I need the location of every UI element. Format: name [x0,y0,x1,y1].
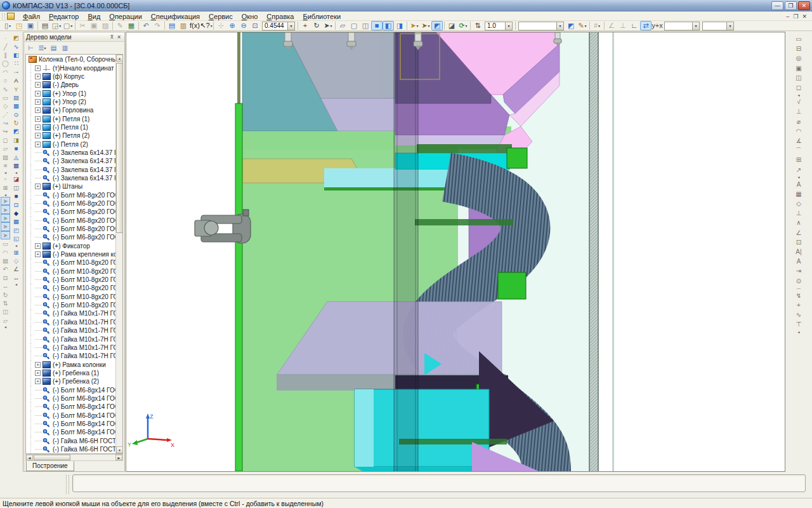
tree-item[interactable]: (-) Болт М10-8gх20 ГОСТ 1559 [26,301,115,309]
grid-button[interactable]: #▾ [591,21,603,30]
save-button[interactable]: ▣ [25,21,36,30]
scrollbar-thumb[interactable] [34,455,70,460]
expand-icon[interactable]: + [35,243,41,249]
zoom-out-button[interactable]: ⊖ [238,21,249,30]
parallel-line-tool[interactable]: ∥ [1,51,10,59]
pin-icon[interactable]: ⊼ [108,34,115,40]
tree-item[interactable]: (-) Болт М6-8gх14 ГОСТ 15589 [26,420,115,428]
doc-restore-button[interactable]: ❐ [793,13,798,20]
array-cube-operation[interactable]: ▦ [11,217,21,225]
scale-tool[interactable]: ⇅ [1,299,10,307]
mirror-tool[interactable]: ◫ [1,307,10,316]
leader-tool[interactable]: ↗ [794,164,804,174]
dim-assembly-tool[interactable]: ⊟ [794,44,804,53]
section-plane-operation[interactable]: ◱ [11,234,21,243]
hatch-tool[interactable]: ▨ [1,152,10,161]
menu-window[interactable]: Окно [237,13,263,20]
model-face-cyan-block[interactable] [355,389,489,471]
tree-item[interactable]: +(-) Рама крепления колонки [26,250,115,258]
rotate-body-operation[interactable]: ↻ [11,119,21,127]
tree-item[interactable]: (-) Болт М10-8gх20 ГОСТ 1559 [26,258,115,267]
change-scale-button[interactable]: ⇅ [472,21,483,30]
marker-tool[interactable]: ◇ [794,199,804,208]
section-surface-operation[interactable]: ◰ [11,226,21,234]
menu-operations[interactable]: Операции [105,13,146,20]
tree-item[interactable]: (-) Болт М6-8gх14 ГОСТ 15589 [26,385,115,394]
cube-add-operation[interactable]: ◧ [11,51,21,59]
model-clamp-green-top[interactable] [507,148,527,168]
snap-angle-button[interactable]: ∠ [606,21,617,30]
stairs-tool[interactable]: ≡ [1,161,10,170]
tree-item[interactable]: +(+) Упор (1) [26,89,115,97]
cube-gray-operation[interactable]: ◫ [11,184,21,192]
zoom-in-button[interactable]: ⊕ [226,21,238,30]
hidden-lines-thin-button[interactable]: ◫ [360,21,371,30]
branch-mark-tool[interactable]: ∧ [794,218,804,227]
curve-tool[interactable]: ↝ [1,119,10,127]
scroll-down-arrow[interactable]: ▼ [116,446,123,453]
scroll-right-arrow[interactable]: ▶ [115,455,122,460]
menu-specification[interactable]: Спецификация [147,13,204,20]
rebuild-button[interactable]: ⟳▾ [457,21,469,30]
tree-item[interactable]: +(+) Фиксатор [26,242,115,250]
state-combo[interactable]: ▾ [518,22,564,30]
cube-arrow-operation[interactable]: ◬ [11,152,21,161]
print-button[interactable]: ▤ [39,21,51,30]
menu-view[interactable]: Вид [83,13,105,20]
model-viewport[interactable]: Z X Y [126,32,785,472]
filter-faces-tool[interactable]: ➤ [1,205,10,213]
sketch-setup-button[interactable]: ✎▾ [577,21,588,30]
letter-align-tool[interactable]: A| [794,247,804,257]
tree-item[interactable]: +(ф) Корпус [26,72,115,81]
move-tool[interactable]: ↔ [1,282,10,290]
tolerance-frame-tool[interactable]: ⊞ [794,155,804,164]
expand-icon[interactable]: + [35,116,41,122]
filter-vertices-tool[interactable]: ➤ [1,222,10,231]
ellipse-tool[interactable]: ○ [1,76,10,84]
cut-button[interactable]: ✂ [77,21,88,30]
tree-display-mode-button[interactable]: ☰▾ [37,43,48,53]
quick-selection-button[interactable]: ➤▾ [420,21,431,30]
polygon-tool[interactable]: ◇ [1,102,10,110]
text-tool[interactable]: A [794,180,804,189]
paste-button[interactable]: ▨ [100,21,111,30]
chevron-down-icon[interactable]: ▾ [505,22,512,30]
circle-tool[interactable]: ◯ [1,59,10,67]
open-button[interactable]: ◳ [13,21,25,30]
tree-item[interactable]: +(+) Петля (1) [26,114,115,123]
tree-relations-button[interactable]: ▤ [48,43,59,53]
grid-face-operation[interactable]: ▦ [11,102,21,110]
filter-edges-tool[interactable]: ➤ [1,214,10,222]
expand-icon[interactable]: + [35,133,41,138]
filter-sketches-tool[interactable]: ➤ [1,231,10,239]
checker-cube-operation[interactable]: ▩ [11,161,21,170]
property-bar-field[interactable] [72,474,806,492]
radial-dim-tool[interactable]: ◠ [794,126,804,136]
scroll-up-arrow[interactable]: ▲ [116,55,123,62]
tree-item[interactable]: (-) Болт М6-8gх20 ГОСТ 15589 [26,199,115,208]
tree-item[interactable]: (-) Гайка М10х1-7Н ГОСТ 2524 [26,352,115,360]
expand-icon[interactable]: + [35,99,41,105]
cad-model-canvas[interactable]: Z X Y [126,32,785,471]
arc-tool[interactable]: ◠ [1,68,10,76]
text-operation[interactable]: A [11,76,21,84]
new-document-button[interactable]: ▯▾ [2,21,13,30]
tree-item[interactable]: +(т)Начало координат [26,64,115,72]
expand-icon[interactable]: + [35,251,41,257]
wireframe-button[interactable]: ▱ [337,21,348,30]
angle-mark-tool[interactable]: ∠ [794,228,804,237]
tree-item[interactable]: (-) Болт М6-8gх20 ГОСТ 15589 [26,208,115,216]
tree-item[interactable]: (-) Болт М6-8gх14 ГОСТ 15589 [26,394,115,403]
expand-icon[interactable]: + [35,362,41,368]
expand-icon[interactable]: + [35,142,41,147]
deform-tool[interactable]: ▱ [1,316,10,324]
tree-item[interactable]: (-) Гайка М10х1-7Н ГОСТ 2524 [26,335,115,343]
zoom-scale-combo[interactable]: 0.4544▾ [262,22,295,30]
tree-item[interactable]: (-) Болт М10-8gх20 ГОСТ 1559 [26,293,115,301]
stamp-tool[interactable]: ⊞ [1,184,10,192]
tree-structure-button[interactable]: ⊢ [25,43,36,53]
undo-button[interactable]: ↶ [140,21,152,30]
tree-item[interactable]: (-) Болт М6-8gх14 ГОСТ 15589 [26,403,115,411]
spring-tool[interactable]: ∿ [794,310,804,319]
expand-icon[interactable]: + [35,91,41,97]
